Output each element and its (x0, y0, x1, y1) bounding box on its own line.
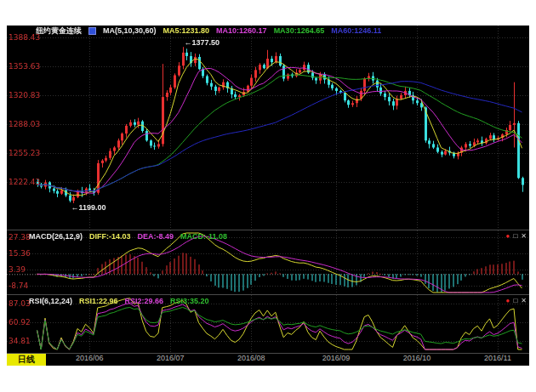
rsi-close-icon[interactable]: ✕ (521, 296, 527, 305)
rsi-panel-controls: ● □ ✕ (506, 296, 527, 305)
time-axis: 日线 2016/062016/072016/082016/092016/1020… (7, 353, 529, 366)
page: { "header": { "title": "纽约黄金连续", "ma_lab… (0, 0, 536, 392)
month-label: 2016/07 (157, 354, 185, 362)
month-label: 2016/10 (403, 354, 431, 362)
ma60-value: MA60:1246.11 (331, 26, 381, 37)
rsi-axis-label: 60.92 (9, 318, 31, 327)
tab-daily-period[interactable]: 日线 (7, 354, 46, 366)
candlestick-chart-canvas[interactable] (7, 26, 529, 230)
month-label: 2016/08 (237, 354, 265, 362)
macd-axis-label: 15.36 (9, 249, 31, 258)
high-price-annotation: ←1377.50 (185, 38, 220, 47)
price-axis-label: 1353.63 (9, 62, 40, 71)
macd-dea-value: DEA:-8.49 (138, 231, 174, 241)
price-axis-label: 1255.23 (9, 149, 40, 157)
chart-app-window: 纽约黄金连续 MA(5,10,30,60) MA5:1231.80 MA10:1… (7, 26, 529, 366)
rsi-minimize-icon[interactable]: ● (506, 296, 510, 305)
macd-close-icon[interactable]: ✕ (521, 231, 527, 241)
low-price-annotation: ←1199.00 (71, 203, 106, 212)
rsi-params-label: RSI(6,12,24) (29, 296, 72, 306)
rsi-axis-label: 34.81 (9, 337, 31, 345)
price-axis-label: 1320.83 (9, 91, 40, 99)
ma10-value: MA10:1260.17 (216, 26, 267, 37)
month-label: 2016/11 (484, 354, 511, 362)
indicator-icon[interactable] (88, 27, 96, 35)
macd-panel: MACD(26,12,9) DIFF:-14.03 DEA:-8.49 MACD… (7, 230, 529, 294)
instrument-title: 纽约黄金连续 (36, 26, 82, 37)
rsi3-value: RSI3:35.20 (170, 296, 209, 306)
rsi2-value: RSI2:29.66 (125, 296, 164, 306)
chart-header: 纽约黄金连续 MA(5,10,30,60) MA5:1231.80 MA10:1… (7, 26, 529, 37)
price-axis-label: 1222.43 (9, 178, 40, 186)
rsi-maximize-icon[interactable]: □ (513, 296, 517, 305)
rsi-panel: RSI(6,12,24) RSI1:22.96 RSI2:29.66 RSI3:… (7, 294, 529, 353)
price-axis-label: 1288.03 (9, 120, 40, 128)
main-chart-panel: 纽约黄金连续 MA(5,10,30,60) MA5:1231.80 MA10:1… (7, 26, 529, 230)
macd-axis-label: 27.38 (9, 233, 31, 241)
macd-params-label: MACD(26,12,9) (29, 231, 83, 241)
macd-axis-label: -8.74 (9, 281, 28, 290)
ma30-value: MA30:1264.65 (274, 26, 325, 37)
rsi-header: RSI(6,12,24) RSI1:22.96 RSI2:29.66 RSI3:… (29, 296, 504, 306)
rsi-axis-label: 87.03 (9, 299, 31, 308)
macd-panel-controls: ● □ ✕ (506, 231, 527, 241)
rsi1-value: RSI1:22.96 (79, 296, 118, 306)
macd-minimize-icon[interactable]: ● (506, 231, 510, 241)
macd-axis-label: 3.39 (9, 265, 26, 274)
macd-header: MACD(26,12,9) DIFF:-14.03 DEA:-8.49 MACD… (29, 231, 504, 241)
macd-diff-value: DIFF:-14.03 (89, 231, 131, 241)
ma-params-label: MA(5,10,30,60) (103, 26, 157, 37)
month-label: 2016/06 (76, 354, 104, 362)
month-label: 2016/09 (322, 354, 351, 362)
ma5-value: MA5:1231.80 (163, 26, 210, 37)
macd-maximize-icon[interactable]: □ (513, 231, 517, 241)
macd-macd-value: MACD:-11.08 (180, 231, 227, 241)
